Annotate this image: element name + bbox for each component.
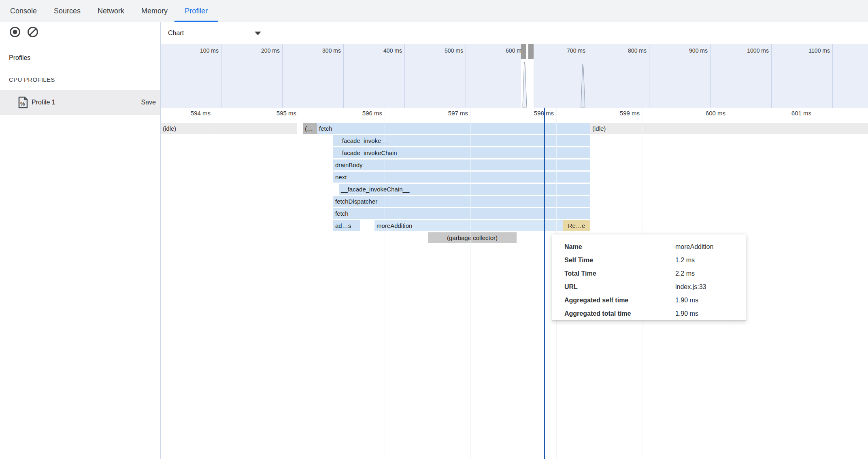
tooltip-value: index.js:33 <box>675 283 706 291</box>
tab-network[interactable]: Network <box>98 0 124 22</box>
ms-gridline-overlay <box>385 108 385 459</box>
ms-gridline-overlay <box>470 108 471 459</box>
time-marker-line <box>544 108 545 459</box>
tab-memory[interactable]: Memory <box>141 0 168 22</box>
ruler-tick-label: 596 ms <box>334 110 382 117</box>
ruler-tick-label: 597 ms <box>419 110 468 117</box>
tooltip-value: moreAddition <box>675 243 713 251</box>
ms-gridline-overlay <box>213 108 213 459</box>
ruler-tick-label: 599 ms <box>591 110 640 117</box>
flame-chart-area: 594 ms 595 ms 596 ms 597 ms 598 ms 599 m… <box>161 108 868 459</box>
tooltip-label: Total Time <box>564 270 675 277</box>
ruler-tick-label: 595 ms <box>248 110 296 117</box>
devtools-tab-bar: Console Sources Network Memory Profiler <box>0 0 868 22</box>
tooltip-label: Aggregated self time <box>564 297 675 304</box>
frame-bar-idle-left[interactable]: (idle) <box>161 123 297 134</box>
svg-text:%: % <box>20 101 25 107</box>
ms-gridline-overlay <box>299 108 299 459</box>
frame-bar-response[interactable]: Re…e <box>563 220 590 231</box>
ruler-tick-label: 601 ms <box>763 110 811 117</box>
frame-bar-next[interactable]: next <box>333 172 590 183</box>
profile-list-item[interactable]: % Profile 1 Save <box>0 90 160 115</box>
clear-icon <box>27 26 39 38</box>
tooltip-row: Name moreAddition <box>564 240 746 253</box>
tooltip-value: 1.90 ms <box>675 310 698 317</box>
tooltip-row: Aggregated total time 1.90 ms <box>564 307 746 320</box>
tooltip-row: Self Time 1.2 ms <box>564 253 746 267</box>
frame-bar-idle-right[interactable]: (idle) <box>590 123 868 134</box>
record-icon <box>9 26 21 38</box>
tab-console[interactable]: Console <box>10 0 37 22</box>
ruler-tick-label: 598 ms <box>505 110 554 117</box>
profiles-sidebar: Profiles CPU PROFILES % Profile 1 Save <box>0 42 160 459</box>
cpu-activity-spikes <box>161 44 868 108</box>
overview-timeline[interactable]: 100 ms 200 ms 300 ms 400 ms 500 ms 600 m… <box>161 44 868 109</box>
ruler-tick-label: 594 ms <box>162 110 211 117</box>
frame-bar-facade-invoke-chain-2[interactable]: __facade_invokeChain__ <box>339 184 590 195</box>
view-mode-value: Chart <box>168 30 184 37</box>
tooltip-value: 1.90 ms <box>675 297 698 304</box>
frame-bar-fetch-dispatcher[interactable]: fetchDispatcher <box>333 196 590 207</box>
tooltip-label: Self Time <box>564 257 675 264</box>
tooltip-value: 1.2 ms <box>675 257 695 264</box>
view-mode-select[interactable]: Chart <box>168 22 184 44</box>
ms-gridline-overlay <box>814 108 814 459</box>
frame-tooltip: Name moreAddition Self Time 1.2 ms Total… <box>552 234 746 321</box>
tooltip-label: Aggregated total time <box>564 310 675 317</box>
tooltip-value: 2.2 ms <box>675 270 695 277</box>
tooltip-row: Total Time 2.2 ms <box>564 267 746 280</box>
frame-bar-facade-invoke[interactable]: __facade_invoke__ <box>333 135 590 146</box>
ruler-tick-label: 600 ms <box>677 110 725 117</box>
frame-bar-more-addition[interactable]: moreAddition <box>374 220 563 231</box>
frame-bar-additions[interactable]: ad…s <box>333 220 360 231</box>
frame-bar-collapsed[interactable]: (… <box>303 123 317 134</box>
frame-bar-garbage-collector[interactable]: (garbage collector) <box>428 232 517 243</box>
cpu-profiles-section-label: CPU PROFILES <box>9 76 55 83</box>
tooltip-label: URL <box>564 283 675 291</box>
tab-sources[interactable]: Sources <box>54 0 81 22</box>
chevron-down-icon <box>255 32 261 35</box>
frame-bar-fetch-top[interactable]: fetch <box>317 123 590 134</box>
tooltip-row: Aggregated self time 1.90 ms <box>564 293 746 307</box>
profile-document-icon: % <box>18 96 28 108</box>
save-link[interactable]: Save <box>141 90 156 115</box>
chart-header-row: Chart <box>161 22 868 44</box>
profile-name: Profile 1 <box>32 90 55 115</box>
frame-bar-facade-invoke-chain[interactable]: __facade_invokeChain__ <box>333 147 590 158</box>
frame-bar-fetch[interactable]: fetch <box>333 208 590 219</box>
tooltip-row: URL index.js:33 <box>564 280 746 293</box>
tooltip-label: Name <box>564 243 675 251</box>
clear-button[interactable] <box>27 26 39 38</box>
devtools-profiler-panel: Console Sources Network Memory Profiler … <box>0 0 868 459</box>
tab-profiler[interactable]: Profiler <box>185 0 208 22</box>
profiler-toolbar <box>0 22 160 42</box>
frame-bar-drain-body[interactable]: drainBody <box>333 159 590 170</box>
sidebar-heading: Profiles <box>9 54 30 62</box>
record-button[interactable] <box>9 26 21 38</box>
